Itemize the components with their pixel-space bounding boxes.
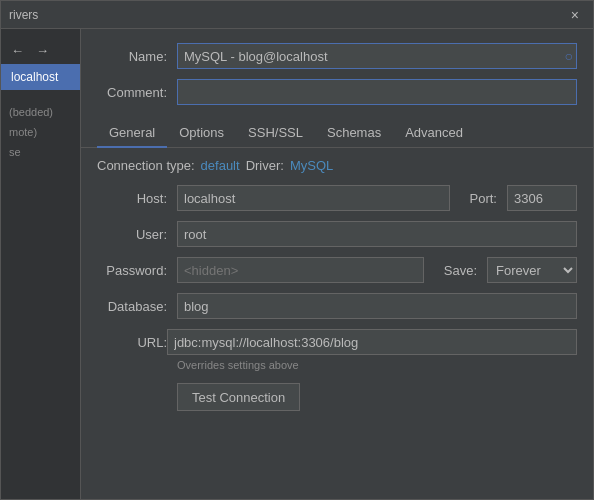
driver-value[interactable]: MySQL [290, 158, 333, 173]
content-panel: Name: ○ Comment: General Options SSH/SSL [81, 29, 593, 499]
sidebar: ← → localhost (bedded) mote) se [1, 29, 81, 499]
close-button[interactable]: × [565, 5, 585, 25]
override-text: Overrides settings above [177, 359, 577, 371]
title-bar: rivers × [1, 1, 593, 29]
tab-ssh-ssl[interactable]: SSH/SSL [236, 119, 315, 148]
tab-options[interactable]: Options [167, 119, 236, 148]
tab-content-general: Connection type: default Driver: MySQL H… [81, 148, 593, 499]
sidebar-nav: ← → [1, 37, 80, 64]
comment-input[interactable] [177, 79, 577, 105]
connection-type-value[interactable]: default [201, 158, 240, 173]
port-input[interactable] [507, 185, 577, 211]
password-row: Password: Save: Forever Session Never [97, 257, 577, 283]
user-row: User: [97, 221, 577, 247]
name-input[interactable] [177, 43, 577, 69]
form-section: Name: ○ Comment: [81, 29, 593, 115]
password-label: Password: [97, 263, 167, 278]
main-layout: ← → localhost (bedded) mote) se [1, 29, 593, 499]
host-label: Host: [97, 191, 167, 206]
url-input[interactable] [167, 329, 577, 355]
connection-type-row: Connection type: default Driver: MySQL [97, 158, 577, 173]
main-window: rivers × ← → localhost (bedded) mote) se [0, 0, 594, 500]
driver-label: Driver: [246, 158, 284, 173]
tab-general[interactable]: General [97, 119, 167, 148]
sidebar-item-localhost[interactable]: localhost [1, 64, 80, 90]
url-label: URL: [97, 335, 167, 350]
name-row: Name: ○ [97, 43, 577, 69]
tab-advanced[interactable]: Advanced [393, 119, 475, 148]
database-row: Database: [97, 293, 577, 319]
host-input[interactable] [177, 185, 450, 211]
connection-type-label: Connection type: [97, 158, 195, 173]
comment-input-wrapper [177, 79, 577, 105]
name-clear-icon[interactable]: ○ [565, 48, 573, 64]
window-title: rivers [9, 8, 38, 22]
comment-label: Comment: [97, 85, 177, 100]
sidebar-group: (bedded) mote) se [1, 102, 80, 162]
save-select[interactable]: Forever Session Never [487, 257, 577, 283]
name-label: Name: [97, 49, 177, 64]
test-connection-button[interactable]: Test Connection [177, 383, 300, 411]
password-input[interactable] [177, 257, 424, 283]
host-row: Host: Port: [97, 185, 577, 211]
user-label: User: [97, 227, 167, 242]
save-label: Save: [444, 263, 477, 278]
url-row: URL: [97, 329, 577, 355]
comment-row: Comment: [97, 79, 577, 105]
tabs-bar: General Options SSH/SSL Schemas Advanced [81, 119, 593, 148]
database-input[interactable] [177, 293, 577, 319]
database-label: Database: [97, 299, 167, 314]
nav-back-button[interactable]: ← [7, 41, 28, 60]
user-input[interactable] [177, 221, 577, 247]
sidebar-group-item-remote[interactable]: mote) [1, 122, 80, 142]
sidebar-group-item-se[interactable]: se [1, 142, 80, 162]
sidebar-group-item-embedded[interactable]: (bedded) [1, 102, 80, 122]
name-input-wrapper: ○ [177, 43, 577, 69]
tab-schemas[interactable]: Schemas [315, 119, 393, 148]
port-label: Port: [470, 191, 497, 206]
nav-forward-button[interactable]: → [32, 41, 53, 60]
